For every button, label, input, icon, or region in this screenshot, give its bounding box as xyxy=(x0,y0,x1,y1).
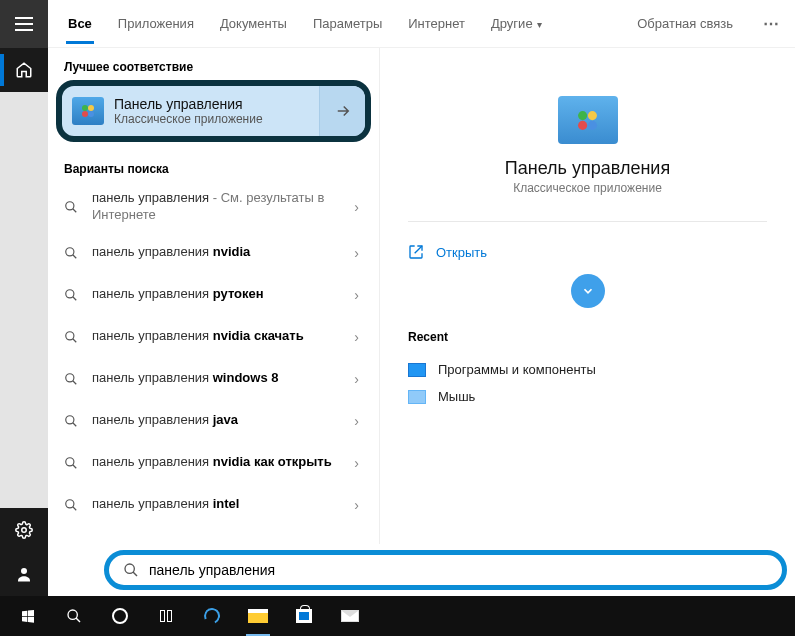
search-icon xyxy=(64,414,80,428)
chevron-right-icon[interactable]: › xyxy=(350,287,363,303)
control-panel-icon xyxy=(72,97,104,125)
recent-item-programs[interactable]: Программы и компоненты xyxy=(408,356,767,383)
mouse-icon xyxy=(408,390,426,404)
results-list-pane: Лучшее соответствие Панель управления Кл… xyxy=(48,48,380,544)
search-result[interactable]: панель управления intel› xyxy=(48,484,379,526)
tab-internet[interactable]: Интернет xyxy=(396,4,477,43)
result-text: панель управления nvidia xyxy=(92,244,338,261)
best-match-title: Панель управления xyxy=(114,96,263,112)
svg-point-1 xyxy=(21,568,27,574)
sidebar-home[interactable] xyxy=(0,48,48,92)
search-input[interactable] xyxy=(149,562,768,578)
svg-point-10 xyxy=(125,564,134,573)
recent-label: Recent xyxy=(408,330,767,344)
divider xyxy=(408,221,767,222)
tab-all[interactable]: Все xyxy=(56,4,104,43)
search-icon xyxy=(64,456,80,470)
result-text: панель управления windows 8 xyxy=(92,370,338,387)
svg-point-8 xyxy=(66,458,74,466)
taskbar xyxy=(0,596,795,636)
search-result[interactable]: панель управления - См. результаты в Инт… xyxy=(48,182,379,232)
feedback-link[interactable]: Обратная связь xyxy=(625,4,745,43)
search-icon xyxy=(64,372,80,386)
svg-point-6 xyxy=(66,374,74,382)
search-icon xyxy=(64,200,80,214)
tab-other[interactable]: Другие▾ xyxy=(479,4,554,43)
chevron-right-icon[interactable]: › xyxy=(350,497,363,513)
chevron-right-icon[interactable]: › xyxy=(350,245,363,261)
taskbar-store[interactable] xyxy=(282,596,326,636)
search-icon xyxy=(123,562,139,578)
svg-point-2 xyxy=(66,202,74,210)
preview-pane: Панель управления Классическое приложени… xyxy=(380,48,795,544)
start-sidebar xyxy=(0,0,48,596)
sidebar-settings[interactable] xyxy=(0,508,48,552)
control-panel-icon-large xyxy=(558,96,618,144)
sidebar-user[interactable] xyxy=(0,552,48,596)
taskbar-mail[interactable] xyxy=(328,596,372,636)
svg-point-9 xyxy=(66,500,74,508)
taskbar-cortana[interactable] xyxy=(98,596,142,636)
tab-settings[interactable]: Параметры xyxy=(301,4,394,43)
open-action[interactable]: Открыть xyxy=(408,240,767,264)
programs-icon xyxy=(408,363,426,377)
filter-tabs: Все Приложения Документы Параметры Интер… xyxy=(48,0,795,48)
search-icon xyxy=(64,288,80,302)
search-icon xyxy=(64,330,80,344)
svg-point-11 xyxy=(68,610,77,619)
recent-item-label: Программы и компоненты xyxy=(438,362,596,377)
best-match-label: Лучшее соответствие xyxy=(48,48,379,80)
search-result[interactable]: панель управления java› xyxy=(48,400,379,442)
arrow-right-icon[interactable] xyxy=(319,86,365,136)
result-text: панель управления nvidia как открыть xyxy=(92,454,338,471)
taskbar-search[interactable] xyxy=(52,596,96,636)
result-text: панель управления intel xyxy=(92,496,338,513)
recent-item-label: Мышь xyxy=(438,389,475,404)
result-text: панель управления java xyxy=(92,412,338,429)
tab-documents[interactable]: Документы xyxy=(208,4,299,43)
start-button[interactable] xyxy=(6,596,50,636)
open-icon xyxy=(408,244,424,260)
best-match-subtitle: Классическое приложение xyxy=(114,112,263,126)
search-result[interactable]: панель управления рутокен› xyxy=(48,274,379,316)
search-icon xyxy=(64,498,80,512)
chevron-down-icon xyxy=(581,284,595,298)
search-result[interactable]: панель управления nvidia› xyxy=(48,232,379,274)
expand-button[interactable] xyxy=(571,274,605,308)
result-text: панель управления - См. результаты в Инт… xyxy=(92,190,338,224)
best-match-result[interactable]: Панель управления Классическое приложени… xyxy=(56,80,371,142)
search-field[interactable] xyxy=(104,550,787,590)
chevron-right-icon[interactable]: › xyxy=(350,413,363,429)
recent-item-mouse[interactable]: Мышь xyxy=(408,383,767,410)
chevron-right-icon[interactable]: › xyxy=(350,329,363,345)
hamburger-menu[interactable] xyxy=(0,0,48,48)
chevron-right-icon[interactable]: › xyxy=(350,371,363,387)
taskbar-taskview[interactable] xyxy=(144,596,188,636)
svg-point-7 xyxy=(66,416,74,424)
search-result[interactable]: панель управления nvidia скачать› xyxy=(48,316,379,358)
preview-subtitle: Классическое приложение xyxy=(513,181,662,195)
svg-point-3 xyxy=(66,248,74,256)
taskbar-edge[interactable] xyxy=(190,596,234,636)
search-result[interactable]: панель управления windows 8› xyxy=(48,358,379,400)
svg-point-4 xyxy=(66,290,74,298)
chevron-right-icon[interactable]: › xyxy=(350,199,363,215)
open-label: Открыть xyxy=(436,245,487,260)
taskbar-explorer[interactable] xyxy=(236,596,280,636)
result-text: панель управления рутокен xyxy=(92,286,338,303)
variants-label: Варианты поиска xyxy=(48,150,379,182)
result-text: панель управления nvidia скачать xyxy=(92,328,338,345)
more-button[interactable]: ⋯ xyxy=(755,8,787,40)
search-icon xyxy=(64,246,80,260)
svg-point-5 xyxy=(66,332,74,340)
svg-point-0 xyxy=(22,528,27,533)
preview-title: Панель управления xyxy=(505,158,670,179)
chevron-right-icon[interactable]: › xyxy=(350,455,363,471)
search-result[interactable]: панель управления nvidia как открыть› xyxy=(48,442,379,484)
tab-apps[interactable]: Приложения xyxy=(106,4,206,43)
chevron-down-icon: ▾ xyxy=(537,19,542,30)
